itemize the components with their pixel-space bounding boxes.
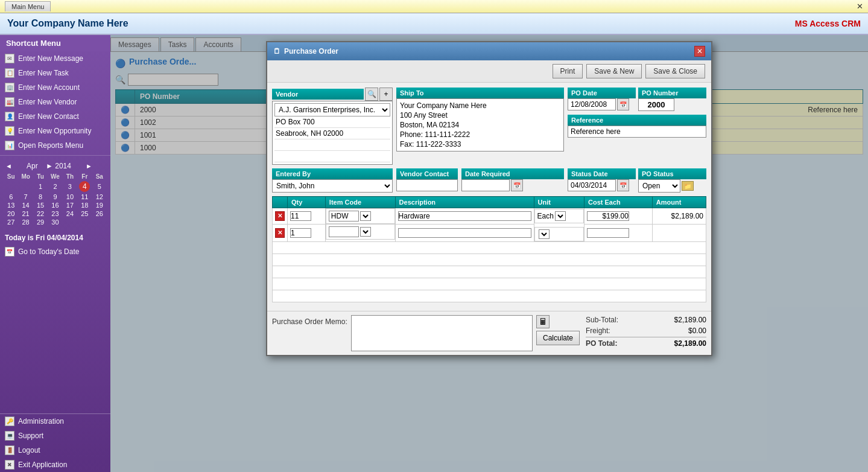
li-cost-each-field-1[interactable]	[587, 211, 629, 221]
li-item-code-dropdown-1[interactable]	[360, 211, 371, 221]
vendor-add-button[interactable]: +	[379, 88, 393, 101]
cal-day[interactable]: 15	[33, 201, 48, 209]
cal-day[interactable]	[77, 218, 92, 226]
status-date-field[interactable]	[568, 179, 616, 191]
cal-day[interactable]: 21	[18, 209, 33, 218]
cal-day[interactable]: 11	[77, 193, 92, 201]
cal-day[interactable]: 16	[48, 201, 62, 209]
li-description-field-1[interactable]	[398, 211, 531, 221]
vendor-address1-field[interactable]	[274, 116, 390, 128]
print-button[interactable]: Print	[553, 64, 583, 78]
po-status-header: PO Status	[638, 168, 706, 179]
cal-day[interactable]: 19	[92, 201, 107, 209]
sidebar-item-new-task[interactable]: 📋 Enter New Task	[0, 66, 110, 80]
reference-field[interactable]	[568, 126, 706, 138]
cal-day[interactable]: 14	[18, 201, 33, 209]
cal-day[interactable]	[92, 218, 107, 226]
sidebar-item-support[interactable]: 💻 Support	[0, 429, 110, 443]
memo-section: Purchase Order Memo: 🖩 Calculate	[272, 315, 580, 351]
cal-day[interactable]: 20	[4, 209, 18, 218]
cal-day[interactable]: 1	[33, 180, 48, 193]
cal-day[interactable]: 6	[4, 193, 18, 201]
sidebar-item-new-account[interactable]: 🏢 Enter New Account	[0, 80, 110, 95]
vendor-address3-field[interactable]	[274, 139, 390, 151]
cal-day[interactable]: 2	[48, 180, 62, 193]
vendor-contact-field[interactable]	[396, 179, 458, 191]
dialog-title-area: 🗒 Purchase Order	[273, 47, 338, 56]
vendor-name-dropdown[interactable]: A.J. Garrison Enterprises, Inc.	[274, 103, 390, 116]
cal-day[interactable]: 30	[48, 218, 62, 226]
cal-today-day[interactable]: 4	[77, 180, 92, 193]
cal-day[interactable]: 7	[18, 193, 33, 201]
sidebar-label-exit: Exit Application	[18, 461, 67, 469]
po-date-ref-stack: PO Date 📅 PO Number	[568, 88, 706, 165]
calculate-button[interactable]: Calculate	[536, 331, 580, 345]
cal-day[interactable]: 29	[33, 218, 48, 226]
li-item-code-dropdown-2[interactable]	[360, 227, 371, 237]
li-item-code-field-2[interactable]	[329, 226, 359, 237]
save-close-button[interactable]: Save & Close	[645, 64, 705, 78]
sidebar-item-new-message[interactable]: ✉ Enter New Message	[0, 51, 110, 66]
cal-day[interactable]: 23	[48, 209, 62, 218]
sidebar-item-go-to-today[interactable]: 📅 Go to Today's Date	[0, 244, 110, 259]
li-cost-each-field-2[interactable]	[587, 228, 629, 238]
cal-day[interactable]	[63, 218, 77, 226]
entered-by-dropdown[interactable]: Smith, John	[272, 179, 393, 193]
cal-day[interactable]: 24	[63, 209, 77, 218]
li-qty-field-2[interactable]	[290, 228, 311, 238]
sidebar-label-go-to-today: Go to Today's Date	[18, 247, 79, 256]
cal-day[interactable]: 10	[63, 193, 77, 201]
cal-day[interactable]	[4, 180, 18, 193]
sidebar-item-new-contact[interactable]: 👤 Enter New Contact	[0, 109, 110, 124]
cal-day[interactable]: 5	[92, 180, 107, 193]
li-unit-dropdown-2[interactable]	[539, 229, 550, 239]
po-date-field[interactable]	[568, 98, 616, 110]
sidebar-item-reports-menu[interactable]: 📊 Open Reports Menu	[0, 138, 110, 153]
dialog-close-button[interactable]: ✕	[694, 46, 705, 57]
li-unit-text-1: Each	[537, 212, 554, 220]
calendar-prev-month-button[interactable]: ◄	[4, 162, 14, 170]
cal-day[interactable]: 17	[63, 201, 77, 209]
cal-day[interactable]: 13	[4, 201, 18, 209]
li-item-code-field-1[interactable]	[329, 211, 359, 222]
vendor-address4-field[interactable]	[274, 151, 390, 162]
date-required-calendar-button[interactable]: 📅	[511, 179, 523, 191]
li-unit-dropdown-1[interactable]	[555, 211, 566, 221]
cal-day[interactable]: 3	[63, 180, 77, 193]
po-date-calendar-button[interactable]: 📅	[617, 98, 629, 110]
status-date-calendar-button[interactable]: 📅	[617, 179, 629, 191]
li-qty-field-1[interactable]	[290, 211, 311, 221]
cal-day[interactable]: 27	[4, 218, 18, 226]
sidebar-item-new-vendor[interactable]: 🏭 Enter New Vendor	[0, 95, 110, 109]
sidebar-item-logout[interactable]: 🚪 Logout	[0, 443, 110, 458]
sidebar-item-new-opportunity[interactable]: 💡 Enter New Opportunity	[0, 124, 110, 138]
po-status-folder-button[interactable]: 📁	[682, 181, 694, 191]
cal-day[interactable]: 25	[77, 209, 92, 218]
calendar-next-month-button[interactable]: ►	[84, 162, 94, 170]
li-delete-button-2[interactable]: ✕	[275, 228, 285, 238]
vendor-search-button[interactable]: 🔍	[365, 88, 378, 101]
li-delete-button-1[interactable]: ✕	[275, 211, 285, 221]
calendar-section: ◄ Apr ► 2014 ► Su Mo Tu We Th Fr Sa	[0, 158, 110, 230]
cal-day[interactable]: 9	[48, 193, 62, 201]
cal-day[interactable]: 26	[92, 209, 107, 218]
li-description-field-2[interactable]	[398, 228, 531, 238]
memo-textarea[interactable]	[351, 315, 533, 351]
cal-day[interactable]: 22	[33, 209, 48, 218]
dialog-body: Vendor 🔍 + A.J. Garrison Enterprises, In…	[267, 83, 711, 311]
calculator-icon-button[interactable]: 🖩	[536, 315, 550, 328]
save-new-button[interactable]: Save & New	[586, 64, 642, 78]
sidebar-item-administration[interactable]: 🔑 Administration	[0, 414, 110, 429]
po-number-field[interactable]	[638, 98, 674, 111]
date-required-field[interactable]	[461, 179, 510, 191]
cal-day[interactable]: 18	[77, 201, 92, 209]
sidebar-item-exit[interactable]: ✖ Exit Application	[0, 458, 110, 472]
cal-day[interactable]	[18, 180, 33, 193]
po-status-dropdown[interactable]: Open	[638, 179, 680, 193]
cal-day[interactable]: 8	[33, 193, 48, 201]
window-close-button[interactable]: ✕	[857, 2, 863, 11]
vendor-address2-field[interactable]	[274, 128, 390, 139]
cal-day[interactable]: 28	[18, 218, 33, 226]
main-menu-tab[interactable]: Main Menu	[5, 1, 51, 11]
cal-day[interactable]: 12	[92, 193, 107, 201]
